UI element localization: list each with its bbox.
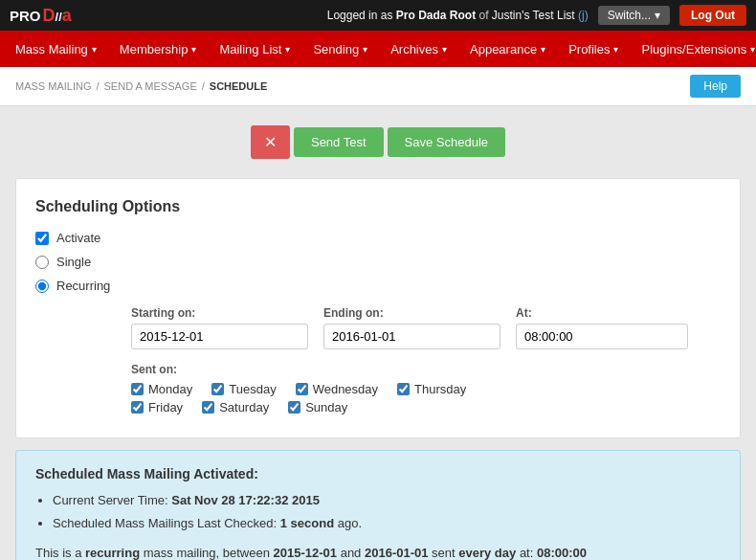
logged-in-info: Logged in as Pro Dada Root of Justin's T… bbox=[327, 9, 589, 22]
at-label: At: bbox=[516, 306, 688, 320]
activate-label: Activate bbox=[56, 231, 100, 245]
day-tuesday: Tuesday bbox=[211, 382, 276, 396]
ending-on-input[interactable] bbox=[323, 324, 500, 349]
day-thursday: Thursday bbox=[397, 382, 466, 396]
breadcrumb-current: SCHEDULE bbox=[210, 80, 268, 92]
days-row-1: Monday Tuesday Wednesday Thursday bbox=[131, 382, 721, 396]
logo-data: D//a bbox=[43, 6, 72, 26]
recurring-label: Recurring bbox=[56, 279, 110, 293]
saturday-label: Saturday bbox=[219, 400, 269, 414]
activate-row: Activate bbox=[35, 231, 721, 245]
logout-button[interactable]: Log Out bbox=[679, 5, 746, 26]
nav-appearance[interactable]: Appearance ▾ bbox=[458, 34, 557, 64]
toolbar: ✕ Send Test Save Schedule bbox=[15, 125, 741, 159]
send-test-button[interactable]: Send Test bbox=[294, 127, 384, 157]
info-list-item-time: Current Server Time: Sat Nov 28 17:22:32… bbox=[53, 491, 721, 510]
chevron-down-icon: ▾ bbox=[541, 44, 545, 55]
logo-pro: PRO bbox=[10, 8, 41, 24]
friday-label: Friday bbox=[148, 400, 183, 414]
switch-button[interactable]: Switch... ▾ bbox=[598, 6, 670, 25]
help-button[interactable]: Help bbox=[690, 75, 741, 98]
breadcrumb-bar: MASS MAILING / SEND A MESSAGE / SCHEDULE… bbox=[0, 67, 756, 106]
at-input[interactable] bbox=[516, 324, 688, 349]
save-schedule-button[interactable]: Save Schedule bbox=[388, 127, 505, 157]
saturday-checkbox[interactable] bbox=[202, 401, 214, 414]
wednesday-label: Wednesday bbox=[313, 382, 378, 396]
nav-membership[interactable]: Membership ▾ bbox=[108, 34, 209, 64]
chevron-down-icon: ▾ bbox=[285, 44, 290, 55]
day-saturday: Saturday bbox=[202, 400, 269, 414]
scheduling-panel: Scheduling Options Activate Single Recur… bbox=[15, 178, 741, 438]
nav-mass-mailing[interactable]: Mass Mailing ▾ bbox=[4, 34, 108, 64]
main-content: ✕ Send Test Save Schedule Scheduling Opt… bbox=[0, 106, 756, 560]
nav-archives[interactable]: Archives ▾ bbox=[379, 34, 458, 64]
date-fields-row: Starting on: Ending on: At: bbox=[131, 306, 721, 349]
starting-on-label: Starting on: bbox=[131, 306, 308, 320]
chevron-down-icon: ▾ bbox=[442, 44, 447, 55]
sunday-checkbox[interactable] bbox=[288, 401, 300, 414]
sent-on-label: Sent on: bbox=[131, 363, 721, 376]
activate-checkbox[interactable] bbox=[35, 232, 49, 245]
breadcrumb-mass-mailing[interactable]: MASS MAILING bbox=[15, 80, 91, 92]
single-row: Single bbox=[35, 255, 721, 269]
day-monday: Monday bbox=[131, 382, 192, 396]
recurring-radio[interactable] bbox=[35, 280, 49, 293]
breadcrumb: MASS MAILING / SEND A MESSAGE / SCHEDULE bbox=[15, 80, 267, 92]
tuesday-label: Tuesday bbox=[229, 382, 276, 396]
chevron-down-icon: ▾ bbox=[92, 44, 97, 55]
nav-profiles[interactable]: Profiles ▾ bbox=[557, 34, 630, 64]
sent-on-section: Sent on: Monday Tuesday Wednesday Thursd… bbox=[131, 363, 721, 414]
breadcrumb-send-message[interactable]: SEND A MESSAGE bbox=[104, 80, 197, 92]
main-nav: Mass Mailing ▾ Membership ▾ Mailing List… bbox=[0, 31, 756, 67]
days-row-2: Friday Saturday Sunday bbox=[131, 400, 721, 414]
tuesday-checkbox[interactable] bbox=[211, 383, 224, 395]
day-sunday: Sunday bbox=[288, 400, 347, 414]
day-wednesday: Wednesday bbox=[296, 382, 378, 396]
nav-plugins[interactable]: Plugins/Extensions ▾ bbox=[630, 34, 756, 64]
logo: PRO D//a bbox=[10, 6, 72, 26]
wednesday-checkbox[interactable] bbox=[296, 383, 308, 395]
chevron-down-icon: ▾ bbox=[750, 44, 755, 55]
monday-label: Monday bbox=[148, 382, 192, 396]
ending-on-field: Ending on: bbox=[323, 306, 500, 349]
thursday-label: Thursday bbox=[414, 382, 466, 396]
sunday-label: Sunday bbox=[305, 400, 347, 414]
single-label: Single bbox=[56, 255, 91, 269]
info-summary-text: This is a recurring mass mailing, betwee… bbox=[35, 544, 721, 560]
recurring-row: Recurring bbox=[35, 279, 721, 293]
scheduling-title: Scheduling Options bbox=[35, 198, 721, 215]
at-field: At: bbox=[516, 306, 688, 349]
nav-mailing-list[interactable]: Mailing List ▾ bbox=[208, 34, 301, 64]
header-right: Logged in as Pro Dada Root of Justin's T… bbox=[327, 5, 746, 26]
day-friday: Friday bbox=[131, 400, 183, 414]
monday-checkbox[interactable] bbox=[131, 383, 144, 395]
info-list-item-checked: Scheduled Mass Mailings Last Checked: 1 … bbox=[53, 514, 721, 533]
info-list: Current Server Time: Sat Nov 28 17:22:32… bbox=[53, 491, 721, 532]
ending-on-label: Ending on: bbox=[323, 306, 500, 320]
starting-on-input[interactable] bbox=[131, 324, 308, 349]
info-box: Scheduled Mass Mailing Activated: Curren… bbox=[15, 450, 741, 560]
nav-sending[interactable]: Sending ▾ bbox=[301, 34, 379, 64]
cancel-button[interactable]: ✕ bbox=[251, 125, 290, 159]
friday-checkbox[interactable] bbox=[131, 401, 144, 414]
info-box-title: Scheduled Mass Mailing Activated: bbox=[35, 466, 721, 482]
chevron-down-icon: ▾ bbox=[613, 44, 618, 55]
header: PRO D//a Logged in as Pro Dada Root of J… bbox=[0, 0, 756, 31]
starting-on-field: Starting on: bbox=[131, 306, 308, 349]
single-radio[interactable] bbox=[35, 256, 49, 269]
chevron-down-icon: ▾ bbox=[363, 44, 367, 55]
chevron-down-icon: ▾ bbox=[191, 44, 196, 55]
thursday-checkbox[interactable] bbox=[397, 383, 410, 395]
